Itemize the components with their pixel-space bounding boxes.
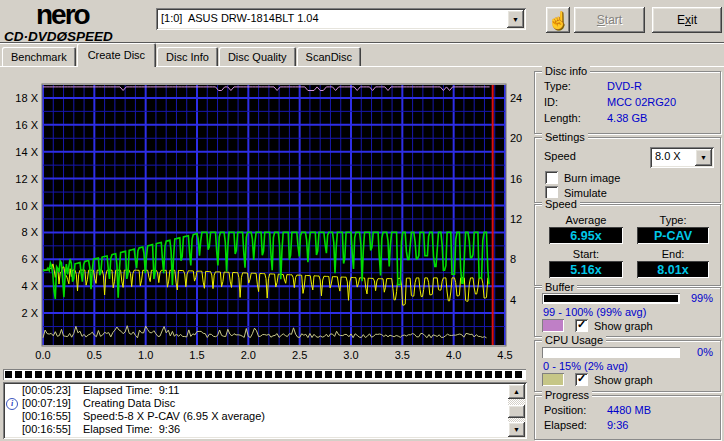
burn-image-checkbox[interactable] [545,171,558,184]
log-line: [00:05:23]Elapsed Time: 9:11 [5,384,507,397]
burn-image-label: Burn image [564,172,620,184]
svg-text:2.0: 2.0 [241,349,256,361]
log-message: Speed:5-8 X P-CAV (6.95 X average) [83,410,265,422]
buffer-percent: 99% [691,292,713,304]
buffer-show-graph-label: Show graph [594,320,653,332]
svg-text:10 X: 10 X [15,200,38,212]
end-speed-value: 8.01x [637,261,709,278]
disc-info-group: Disc info Type: DVD-R ID: MCC 02RG20 Len… [534,71,721,134]
cpu-show-graph-label: Show graph [594,374,653,386]
cpu-show-graph-checkbox[interactable]: ✓ [575,373,588,386]
buffer-show-graph-checkbox[interactable]: ✓ [575,319,588,332]
log-message: Elapsed Time: 9:36 [83,423,180,435]
scrollbar-thumb[interactable] [508,405,525,418]
log-timestamp: [00:07:19] [22,397,71,410]
cpu-usage-meter [542,347,680,358]
group-title: Speed [542,198,580,210]
disc-length-value: 4.38 GB [607,112,647,124]
svg-text:1.0: 1.0 [138,349,153,361]
svg-text:6 X: 6 X [21,253,38,265]
log-scrollbar[interactable]: ▲ ▼ [508,384,525,437]
position-label: Position: [544,404,586,416]
cpu-percent: 0% [697,346,713,358]
start-speed-label: Start: [549,248,623,260]
disc-length-label: Length: [544,112,581,124]
cpu-color-swatch [542,373,564,386]
speed-type-label: Type: [637,214,709,226]
burn-image-checkbox-row: Burn image [545,171,620,184]
arrow-up-icon: ▲ [513,388,520,395]
disc-id-value: MCC 02RG20 [607,96,676,108]
svg-text:4: 4 [510,294,516,306]
speed-type-value: P-CAV [637,227,709,244]
disc-id-label: ID: [544,96,558,108]
average-speed-label: Average [549,214,623,226]
arrow-down-icon: ▼ [513,426,520,433]
position-value: 4480 MB [607,404,651,416]
svg-text:20: 20 [510,132,522,144]
scroll-up-button[interactable]: ▲ [508,384,525,399]
svg-text:12: 12 [510,213,522,225]
svg-text:3.0: 3.0 [343,349,358,361]
status-log: [00:05:23]Elapsed Time: 9:11i[00:07:19]C… [3,382,527,439]
log-timestamp: [00:05:23] [22,384,71,397]
end-speed-label: End: [637,248,709,260]
svg-text:0.5: 0.5 [87,349,102,361]
progress-group: Progress Position: 4480 MB Elapsed: 9:36 [534,395,721,440]
svg-text:24: 24 [510,92,522,104]
chevron-down-icon[interactable]: ▼ [695,149,712,166]
buffer-level-meter [542,293,680,304]
cpu-usage-group: CPU Usage 0% 0 - 15% (2% avg) ✓ Show gra… [534,340,721,392]
cpu-graph-row: ✓ Show graph [542,373,653,386]
cpu-range: 0 - 15% (2% avg) [543,360,628,372]
log-message: Creating Data Disc [83,397,175,409]
write-speed-value: 8.0 X [655,150,681,162]
buffer-range: 99 - 100% (99% avg) [543,306,646,318]
svg-text:8: 8 [510,253,516,265]
scroll-down-button[interactable]: ▼ [508,422,525,437]
disc-type-value: DVD-R [607,80,642,92]
write-speed-label: Speed [544,150,576,162]
svg-text:18 X: 18 X [15,92,38,104]
log-timestamp: [00:16:55] [22,410,71,423]
svg-text:14 X: 14 X [15,146,38,158]
tab-create-disc[interactable]: Create Disc [77,43,156,67]
svg-text:16: 16 [510,173,522,185]
svg-text:4.5: 4.5 [497,349,512,361]
check-icon: ✓ [577,374,586,383]
settings-group: Settings Speed 8.0 X ▼ Burn image Simula… [534,137,721,203]
buffer-group: Buffer 99% 99 - 100% (99% avg) ✓ Show gr… [534,287,721,337]
elapsed-value: 9:36 [607,419,628,431]
simulate-label: Simulate [564,187,607,199]
svg-text:12 X: 12 X [15,173,38,185]
buffer-level-fill [544,295,678,302]
log-line: i[00:07:19]Creating Data Disc [5,397,507,410]
log-line: [00:16:55]Elapsed Time: 9:36 [5,423,507,436]
svg-text:1.5: 1.5 [189,349,204,361]
group-title: Progress [542,389,592,401]
speed-group: Speed Average Type: 6.95x P-CAV Start: E… [534,204,721,286]
group-title: Disc info [542,65,590,77]
svg-text:2 X: 2 X [21,307,38,319]
start-speed-value: 5.16x [549,261,623,278]
buffer-graph-row: ✓ Show graph [542,319,653,332]
write-position-stripes [5,371,524,378]
write-speed-dropdown[interactable]: 8.0 X ▼ [650,147,714,168]
average-speed-value: 6.95x [549,227,623,244]
check-icon: ✓ [577,320,586,329]
group-title: CPU Usage [542,334,606,346]
log-timestamp: [00:16:55] [22,423,71,436]
write-position-bar [3,369,526,380]
svg-text:16 X: 16 X [15,119,38,131]
disc-type-label: Type: [544,80,571,92]
log-line: [00:16:55]Speed:5-8 X P-CAV (6.95 X aver… [5,410,507,423]
svg-text:0.0: 0.0 [35,349,50,361]
svg-text:2.5: 2.5 [292,349,307,361]
group-title: Settings [542,131,588,143]
buffer-color-swatch [542,319,564,332]
svg-text:3.5: 3.5 [395,349,410,361]
log-lines: [00:05:23]Elapsed Time: 9:11i[00:07:19]C… [5,384,507,437]
elapsed-label: Elapsed: [544,419,587,431]
info-icon: i [6,398,18,410]
svg-text:4 X: 4 X [21,280,38,292]
